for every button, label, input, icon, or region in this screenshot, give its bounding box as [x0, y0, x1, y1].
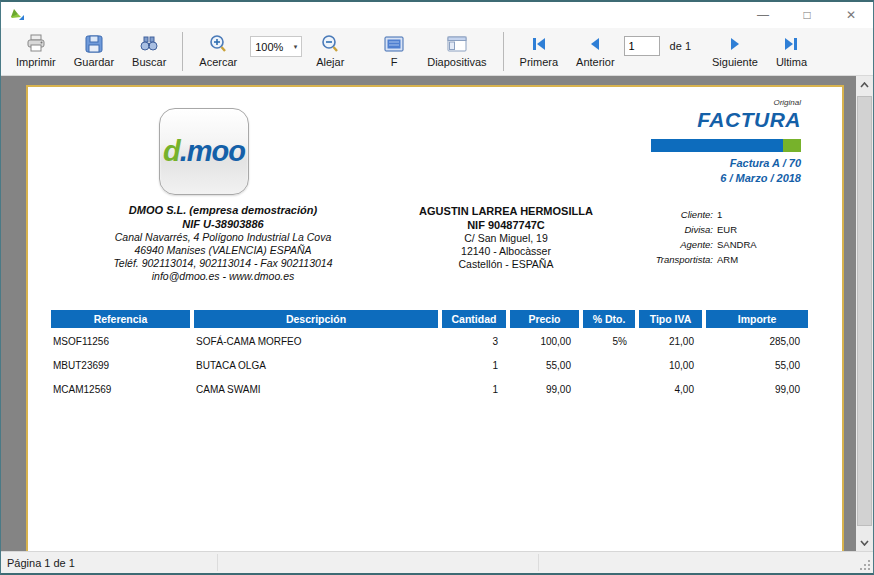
previous-page-button-label: Anterior: [576, 56, 615, 68]
info-row-agente: Agente: SANDRA: [583, 237, 823, 252]
table-row: MCAM12569 CAMA SWAMI 1 99,00 4,00 99,00: [51, 378, 811, 400]
company-phone: Teléf. 902113014, 902113014 - Fax 902113…: [53, 257, 393, 270]
save-button[interactable]: Guardar: [65, 28, 123, 75]
invoice-lines-table: Referencia Descripción Cantidad Precio %…: [51, 310, 811, 400]
cell-precio: 99,00: [510, 384, 579, 395]
company-address1: Canal Navarrés, 4 Polígono Industrial La…: [53, 231, 393, 244]
zoom-level-select[interactable]: 100% ▾: [250, 36, 302, 57]
column-header-tipoiva: Tipo IVA: [639, 310, 702, 328]
app-icon: [9, 7, 29, 23]
print-preview-window: — □ ✕ Imprimir: [0, 0, 874, 575]
slides-button[interactable]: Diapositivas: [418, 28, 495, 75]
first-page-icon: [530, 33, 548, 54]
next-page-button[interactable]: Siguiente: [703, 28, 767, 75]
company-address2: 46940 Manises (VALENCIA) ESPAÑA: [53, 244, 393, 257]
statusbar-divider: [538, 554, 539, 571]
chevron-down-icon: [860, 540, 869, 546]
scroll-down-button[interactable]: [856, 534, 873, 551]
statusbar-divider: [217, 554, 218, 571]
zoom-level-value: 100%: [255, 41, 283, 53]
cell-importe: 99,00: [706, 384, 808, 395]
slides-panel-icon: [446, 33, 468, 54]
search-button[interactable]: Buscar: [123, 28, 175, 75]
zoom-in-icon: [208, 33, 228, 54]
cliente-label: Cliente:: [583, 207, 713, 222]
page-status-text: Página 1 de 1: [7, 557, 75, 569]
zoom-out-button[interactable]: Alejar: [306, 28, 354, 75]
company-details: DMOO S.L. (empresa demostración) NIF U-3…: [53, 203, 393, 283]
maximize-button[interactable]: □: [785, 2, 829, 28]
chevron-down-icon: ▾: [294, 43, 298, 51]
last-page-button[interactable]: Ultima: [767, 28, 816, 75]
minimize-button[interactable]: —: [741, 2, 785, 28]
column-header-importe: Importe: [706, 310, 808, 328]
cell-tipoiva: 10,00: [639, 360, 702, 371]
zoom-in-button-label: Acercar: [199, 56, 237, 68]
cell-importe: 55,00: [706, 360, 808, 371]
table-row: MBUT23699 BUTACA OLGA 1 55,00 10,00 55,0…: [51, 354, 811, 376]
zoom-out-button-label: Alejar: [316, 56, 344, 68]
zoom-in-button[interactable]: Acercar: [190, 28, 246, 75]
page-number-input[interactable]: [624, 36, 660, 56]
print-button[interactable]: Imprimir: [7, 28, 65, 75]
invoice-date: 6 / Marzo / 2018: [720, 172, 801, 184]
last-page-icon: [782, 33, 800, 54]
page-navigation-group: de 1: [624, 36, 703, 56]
column-header-precio: Precio: [510, 310, 579, 328]
cell-descripcion: SOFÁ-CAMA MORFEO: [194, 336, 438, 347]
column-header-descripcion: Descripción: [194, 310, 438, 328]
binoculars-icon: [138, 33, 160, 54]
cell-referencia: MBUT23699: [51, 360, 190, 371]
fullscreen-button[interactable]: F: [370, 28, 418, 75]
agente-label: Agente:: [583, 237, 713, 252]
cell-tipoiva: 4,00: [639, 384, 702, 395]
document-type-title: FACTURA: [697, 108, 801, 132]
first-page-button[interactable]: Primera: [511, 28, 568, 75]
cell-descripcion: BUTACA OLGA: [194, 360, 438, 371]
transportista-label: Transportista:: [583, 252, 713, 267]
chevron-up-icon: [860, 82, 869, 88]
printer-icon: [25, 33, 47, 54]
agente-value: SANDRA: [717, 237, 757, 252]
close-button[interactable]: ✕: [829, 2, 873, 28]
status-bar: Página 1 de 1: [1, 551, 873, 573]
info-row-divisa: Divisa: EUR: [583, 222, 823, 237]
invoice-number: Factura A / 70: [730, 157, 801, 169]
cell-referencia: MCAM12569: [51, 384, 190, 395]
cell-descripcion: CAMA SWAMI: [194, 384, 438, 395]
company-web: info@dmoo.es - www.dmoo.es: [53, 270, 393, 283]
toolbar-separator: [182, 32, 183, 71]
fullscreen-button-label: F: [391, 56, 398, 68]
company-logo: d.moo: [159, 108, 249, 195]
vertical-scrollbar[interactable]: [856, 76, 873, 551]
table-row: MSOF11256 SOFÁ-CAMA MORFEO 3 100,00 5% 2…: [51, 330, 811, 352]
slides-button-label: Diapositivas: [427, 56, 486, 68]
cell-importe: 285,00: [706, 336, 808, 347]
cliente-value: 1: [717, 207, 722, 222]
cell-cantidad: 1: [442, 384, 506, 395]
scrollbar-thumb[interactable]: [857, 96, 872, 526]
print-button-label: Imprimir: [16, 56, 56, 68]
save-button-label: Guardar: [74, 56, 114, 68]
titlebar: — □ ✕: [1, 2, 873, 28]
cell-precio: 100,00: [510, 336, 579, 347]
cell-tipoiva: 21,00: [639, 336, 702, 347]
column-header-referencia: Referencia: [51, 310, 190, 328]
info-row-cliente: Cliente: 1: [583, 207, 823, 222]
toolbar: Imprimir Guardar: [1, 28, 873, 76]
first-page-button-label: Primera: [520, 56, 559, 68]
scroll-up-button[interactable]: [856, 76, 873, 93]
info-row-transportista: Transportista: ARM: [583, 252, 823, 267]
column-header-dto: % Dto.: [583, 310, 635, 328]
transportista-value: ARM: [717, 252, 738, 267]
header-bar-green-segment: [783, 139, 801, 152]
next-page-icon: [726, 33, 744, 54]
next-page-button-label: Siguiente: [712, 56, 758, 68]
cell-precio: 55,00: [510, 360, 579, 371]
company-nif: NIF U-38903886: [53, 217, 393, 231]
preview-area: d.moo Original FACTURA Factura A / 70 6 …: [1, 76, 873, 551]
cell-cantidad: 1: [442, 360, 506, 371]
resize-grip[interactable]: [858, 558, 871, 571]
previous-page-button[interactable]: Anterior: [567, 28, 624, 75]
column-header-cantidad: Cantidad: [442, 310, 506, 328]
